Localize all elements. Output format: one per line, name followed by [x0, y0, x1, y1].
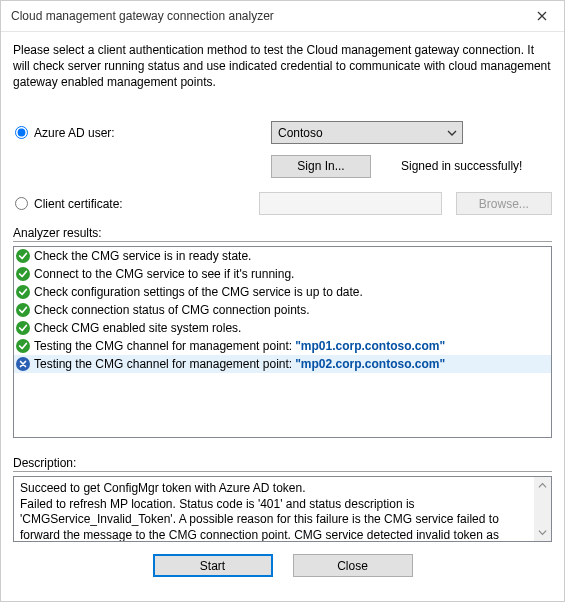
client-cert-label-text: Client certificate:	[34, 197, 123, 211]
result-item[interactable]: Check CMG enabled site system roles.	[14, 319, 551, 337]
description-box[interactable]: Succeed to get ConfigMgr token with Azur…	[13, 476, 552, 542]
azure-ad-row: Azure AD user: Contoso	[13, 121, 552, 145]
result-item[interactable]: Testing the CMG channel for management p…	[14, 337, 551, 355]
description-text: Succeed to get ConfigMgr token with Azur…	[20, 481, 499, 542]
result-item[interactable]: Check the CMG service is in ready state.	[14, 247, 551, 265]
azure-ad-radio-label[interactable]: Azure AD user:	[13, 126, 271, 140]
result-item[interactable]: Check configuration settings of the CMG …	[14, 283, 551, 301]
result-host: "mp01.corp.contoso.com"	[295, 338, 445, 354]
chevron-down-icon	[447, 127, 457, 141]
client-cert-input	[259, 192, 442, 215]
intro-text: Please select a client authentication me…	[13, 42, 552, 91]
browse-button-label: Browse...	[479, 197, 529, 211]
result-text: Testing the CMG channel for management p…	[34, 338, 292, 354]
browse-button: Browse...	[456, 192, 552, 215]
scroll-up-button[interactable]	[534, 477, 551, 494]
error-icon	[16, 357, 30, 371]
success-icon	[16, 303, 30, 317]
success-icon	[16, 267, 30, 281]
result-item[interactable]: Check connection status of CMG connectio…	[14, 301, 551, 319]
result-text: Check connection status of CMG connectio…	[34, 302, 309, 318]
chevron-down-icon	[538, 528, 547, 537]
result-item[interactable]: Connect to the CMG service to see if it'…	[14, 265, 551, 283]
signed-in-status: Signed in successfully!	[401, 159, 522, 173]
client-cert-row: Client certificate: Browse...	[13, 192, 552, 216]
results-label: Analyzer results:	[13, 226, 552, 240]
success-icon	[16, 339, 30, 353]
start-button-label: Start	[200, 559, 225, 573]
result-text: Check the CMG service is in ready state.	[34, 248, 251, 264]
tenant-dropdown[interactable]: Contoso	[271, 121, 463, 144]
close-icon	[537, 11, 547, 21]
window-close-button[interactable]	[519, 1, 564, 31]
dialog-window: Cloud management gateway connection anal…	[0, 0, 565, 602]
description-label: Description:	[13, 456, 552, 470]
result-item[interactable]: Testing the CMG channel for management p…	[14, 355, 551, 373]
close-button[interactable]: Close	[293, 554, 413, 577]
button-bar: Start Close	[13, 542, 552, 589]
azure-ad-label-text: Azure AD user:	[34, 126, 115, 140]
sign-in-button-label: Sign In...	[297, 159, 344, 173]
scroll-down-button[interactable]	[534, 524, 551, 541]
result-text: Testing the CMG channel for management p…	[34, 356, 292, 372]
dialog-content: Please select a client authentication me…	[1, 32, 564, 601]
close-button-label: Close	[337, 559, 368, 573]
success-icon	[16, 321, 30, 335]
divider	[13, 241, 552, 242]
tenant-selected: Contoso	[278, 126, 323, 140]
window-title: Cloud management gateway connection anal…	[11, 9, 519, 23]
sign-in-button[interactable]: Sign In...	[271, 155, 371, 178]
results-listbox[interactable]: Check the CMG service is in ready state.…	[13, 246, 552, 438]
scrollbar[interactable]	[534, 477, 551, 541]
spacer	[13, 438, 552, 450]
result-text: Check CMG enabled site system roles.	[34, 320, 241, 336]
azure-ad-radio[interactable]	[15, 126, 28, 139]
client-cert-radio-label[interactable]: Client certificate:	[13, 197, 259, 211]
sign-in-row: Sign In... Signed in successfully!	[271, 155, 552, 178]
chevron-up-icon	[538, 481, 547, 490]
start-button[interactable]: Start	[153, 554, 273, 577]
divider	[13, 471, 552, 472]
success-icon	[16, 249, 30, 263]
result-host: "mp02.corp.contoso.com"	[295, 356, 445, 372]
success-icon	[16, 285, 30, 299]
client-cert-radio[interactable]	[15, 197, 28, 210]
result-text: Check configuration settings of the CMG …	[34, 284, 363, 300]
result-text: Connect to the CMG service to see if it'…	[34, 266, 294, 282]
titlebar: Cloud management gateway connection anal…	[1, 1, 564, 32]
